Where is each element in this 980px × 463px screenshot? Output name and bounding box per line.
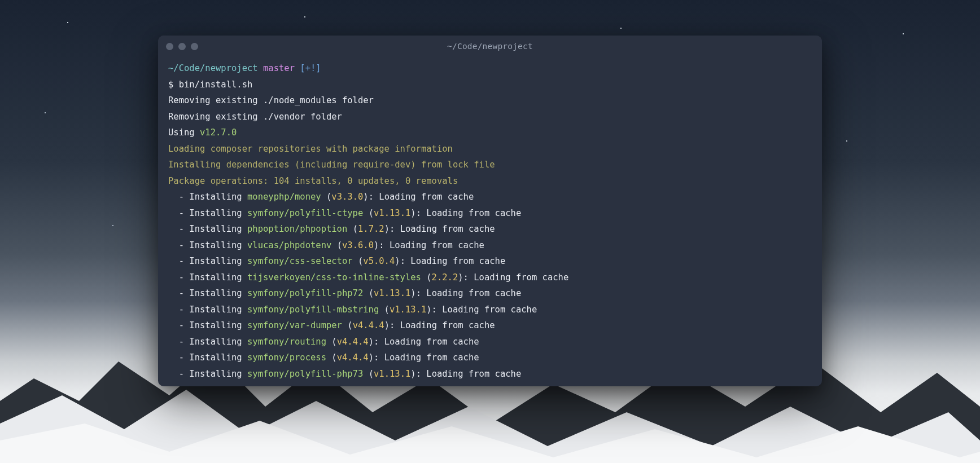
install-status: Loading from cache [400, 320, 495, 330]
output-line: Removing existing ./node_modules folder [168, 95, 374, 105]
install-version: v1.13.1 [374, 369, 410, 379]
install-version: 2.2.2 [432, 272, 458, 283]
install-prefix: - Installing [168, 369, 247, 379]
install-package: symfony/var-dumper [247, 320, 342, 330]
paren-open: ( [326, 352, 337, 363]
install-prefix: - Installing [168, 288, 247, 298]
install-prefix: - Installing [168, 192, 247, 202]
prompt-flags: [+!] [300, 63, 321, 73]
install-package: vlucas/phpdotenv [247, 240, 331, 250]
paren-open: ( [363, 208, 374, 218]
install-status: Loading from cache [379, 192, 474, 202]
install-row: - Installing symfony/process (v4.4.4): L… [168, 350, 812, 366]
paren-open: ( [379, 305, 390, 315]
install-prefix: - Installing [168, 256, 247, 266]
install-package: symfony/css-selector [247, 256, 353, 266]
prompt-command: bin/install.sh [179, 80, 253, 90]
install-prefix: - Installing [168, 305, 247, 315]
install-prefix: - Installing [168, 320, 247, 330]
paren-close: ): [410, 288, 426, 298]
prompt-path: ~/Code/newproject [168, 63, 258, 73]
install-row: - Installing symfony/var-dumper (v4.4.4)… [168, 318, 812, 334]
install-row: - Installing symfony/css-selector (v5.0.… [168, 253, 812, 270]
paren-close: ): [369, 352, 384, 363]
install-version: v1.13.1 [374, 288, 410, 298]
paren-open: ( [363, 288, 374, 298]
install-status: Loading from cache [390, 240, 484, 250]
install-package: tijsverkoyen/css-to-inline-styles [247, 272, 421, 283]
output-line: Using [168, 127, 200, 138]
prompt-symbol: $ [168, 80, 173, 90]
install-version: v1.13.1 [390, 305, 426, 315]
install-package: moneyphp/money [247, 192, 321, 202]
install-prefix: - Installing [168, 272, 247, 283]
install-row: - Installing vlucas/phpdotenv (v3.6.0): … [168, 237, 812, 254]
install-version: v4.4.4 [337, 352, 369, 363]
install-package: symfony/polyfill-php73 [247, 369, 363, 379]
install-package: symfony/polyfill-mbstring [247, 305, 379, 315]
install-status: Loading from cache [384, 337, 479, 347]
paren-open: ( [421, 272, 432, 283]
paren-close: ): [363, 192, 379, 202]
output-line: Loading composer repositories with packa… [168, 144, 453, 154]
install-prefix: - Installing [168, 208, 247, 218]
install-prefix: - Installing [168, 240, 247, 250]
node-version: v12.7.0 [200, 127, 237, 138]
install-row: - Installing symfony/polyfill-php73 (v1.… [168, 366, 812, 382]
terminal-window[interactable]: ~/Code/newproject ~/Code/newproject mast… [158, 36, 822, 386]
install-package: symfony/polyfill-php72 [247, 288, 363, 298]
terminal-body[interactable]: ~/Code/newproject master [+!] $ bin/inst… [158, 57, 822, 386]
paren-close: ): [426, 305, 442, 315]
paren-open: ( [326, 337, 337, 347]
output-line: Installing dependencies (including requi… [168, 160, 495, 170]
paren-close: ): [369, 337, 384, 347]
paren-close: ): [384, 224, 400, 234]
close-icon[interactable] [166, 43, 173, 50]
install-status: Loading from cache [474, 272, 568, 283]
minimize-icon[interactable] [178, 43, 186, 50]
window-controls [166, 43, 198, 50]
paren-close: ): [458, 272, 474, 283]
install-row: - Installing tijsverkoyen/css-to-inline-… [168, 270, 812, 286]
output-line: Package operations: 104 installs, 0 upda… [168, 176, 458, 186]
paren-close: ): [410, 369, 426, 379]
paren-open: ( [342, 320, 353, 330]
install-prefix: - Installing [168, 337, 247, 347]
install-row: - Installing moneyphp/money (v3.3.0): Lo… [168, 189, 812, 205]
install-version: v3.3.0 [331, 192, 363, 202]
paren-open: ( [363, 369, 374, 379]
install-row: - Installing symfony/polyfill-ctype (v1.… [168, 205, 812, 222]
install-status: Loading from cache [400, 224, 495, 234]
install-row: - Installing phpoption/phpoption (1.7.2)… [168, 221, 812, 237]
zoom-icon[interactable] [191, 43, 198, 50]
paren-open: ( [321, 192, 332, 202]
paren-open: ( [353, 256, 364, 266]
install-package: phpoption/phpoption [247, 224, 347, 234]
install-status: Loading from cache [426, 369, 521, 379]
install-version: v3.6.0 [342, 240, 374, 250]
install-status: Loading from cache [442, 305, 537, 315]
install-status: Loading from cache [384, 352, 479, 363]
install-package: symfony/process [247, 352, 326, 363]
paren-close: ): [384, 320, 400, 330]
install-version: 1.7.2 [358, 224, 384, 234]
paren-open: ( [347, 224, 358, 234]
install-version: v4.4.4 [337, 337, 369, 347]
output-line: Removing existing ./vendor folder [168, 112, 342, 122]
paren-close: ): [410, 208, 426, 218]
install-row: - Installing symfony/routing (v4.4.4): L… [168, 334, 812, 350]
install-status: Loading from cache [426, 288, 521, 298]
install-prefix: - Installing [168, 352, 247, 363]
paren-close: ): [374, 240, 390, 250]
install-row: - Installing symfony/polyfill-mbstring (… [168, 302, 812, 318]
install-version: v1.13.1 [374, 208, 410, 218]
install-status: Loading from cache [426, 208, 521, 218]
paren-close: ): [395, 256, 410, 266]
install-list: - Installing moneyphp/money (v3.3.0): Lo… [168, 189, 812, 382]
install-version: v5.0.4 [363, 256, 395, 266]
install-status: Loading from cache [410, 256, 505, 266]
install-version: v4.4.4 [353, 320, 384, 330]
install-package: symfony/polyfill-ctype [247, 208, 363, 218]
paren-open: ( [331, 240, 342, 250]
titlebar[interactable]: ~/Code/newproject [158, 36, 822, 57]
